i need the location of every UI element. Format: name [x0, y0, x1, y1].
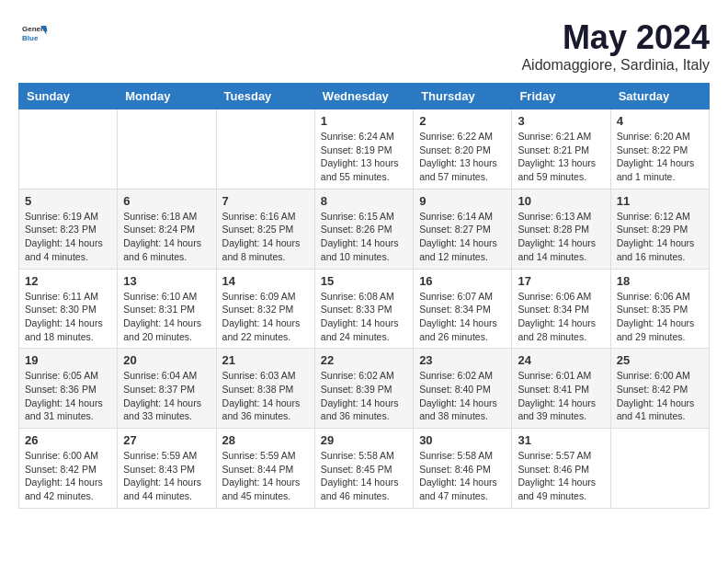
calendar-cell: 25Sunrise: 6:00 AMSunset: 8:42 PMDayligh…: [610, 349, 709, 429]
day-number: 14: [222, 274, 309, 288]
calendar-cell: 30Sunrise: 5:58 AMSunset: 8:46 PMDayligh…: [414, 429, 512, 509]
day-number: 1: [321, 114, 407, 128]
calendar-cell: 2Sunrise: 6:22 AMSunset: 8:20 PMDaylight…: [414, 109, 512, 190]
page-header: General Blue May 2024 Aidomaggiore, Sard…: [18, 18, 710, 74]
calendar-cell: 5Sunrise: 6:19 AMSunset: 8:23 PMDaylight…: [19, 189, 118, 269]
day-info: Sunrise: 6:02 AMSunset: 8:39 PMDaylight:…: [321, 369, 407, 423]
day-number: 17: [518, 274, 604, 288]
day-info: Sunrise: 6:18 AMSunset: 8:24 PMDaylight:…: [123, 210, 210, 264]
day-info: Sunrise: 6:07 AMSunset: 8:34 PMDaylight:…: [419, 290, 506, 344]
day-info: Sunrise: 5:59 AMSunset: 8:43 PMDaylight:…: [123, 449, 210, 503]
day-header-saturday: Saturday: [610, 84, 709, 109]
day-number: 10: [518, 194, 604, 208]
calendar-cell: 17Sunrise: 6:06 AMSunset: 8:34 PMDayligh…: [512, 269, 610, 349]
day-header-sunday: Sunday: [19, 84, 118, 109]
calendar-cell: 31Sunrise: 5:57 AMSunset: 8:46 PMDayligh…: [512, 429, 610, 509]
day-header-wednesday: Wednesday: [314, 84, 413, 109]
day-number: 7: [222, 194, 309, 208]
day-info: Sunrise: 6:08 AMSunset: 8:33 PMDaylight:…: [321, 290, 407, 344]
calendar-table: SundayMondayTuesdayWednesdayThursdayFrid…: [18, 83, 710, 509]
calendar-cell: 24Sunrise: 6:01 AMSunset: 8:41 PMDayligh…: [512, 349, 610, 429]
day-number: 19: [25, 353, 111, 367]
calendar-cell: [610, 429, 709, 509]
day-info: Sunrise: 5:58 AMSunset: 8:46 PMDaylight:…: [419, 449, 506, 503]
day-number: 28: [222, 433, 309, 447]
calendar-week-row: 1Sunrise: 6:24 AMSunset: 8:19 PMDaylight…: [19, 109, 710, 190]
calendar-cell: [118, 109, 216, 190]
day-info: Sunrise: 6:12 AMSunset: 8:29 PMDaylight:…: [617, 210, 703, 264]
calendar-week-row: 26Sunrise: 6:00 AMSunset: 8:42 PMDayligh…: [19, 429, 710, 509]
svg-text:Blue: Blue: [22, 34, 39, 42]
day-info: Sunrise: 6:02 AMSunset: 8:40 PMDaylight:…: [419, 369, 506, 423]
calendar-cell: 19Sunrise: 6:05 AMSunset: 8:36 PMDayligh…: [19, 349, 118, 429]
day-number: 29: [321, 433, 407, 447]
month-title: May 2024: [521, 18, 710, 57]
day-number: 3: [518, 114, 604, 128]
day-info: Sunrise: 6:14 AMSunset: 8:27 PMDaylight:…: [419, 210, 506, 264]
day-info: Sunrise: 6:20 AMSunset: 8:22 PMDaylight:…: [617, 130, 703, 184]
calendar-cell: 20Sunrise: 6:04 AMSunset: 8:37 PMDayligh…: [118, 349, 216, 429]
day-number: 22: [321, 353, 407, 367]
day-info: Sunrise: 6:03 AMSunset: 8:38 PMDaylight:…: [222, 369, 309, 423]
calendar-cell: 1Sunrise: 6:24 AMSunset: 8:19 PMDaylight…: [314, 109, 413, 190]
day-info: Sunrise: 6:00 AMSunset: 8:42 PMDaylight:…: [617, 369, 703, 423]
calendar-cell: 11Sunrise: 6:12 AMSunset: 8:29 PMDayligh…: [610, 189, 709, 269]
calendar-cell: 18Sunrise: 6:06 AMSunset: 8:35 PMDayligh…: [610, 269, 709, 349]
day-info: Sunrise: 6:24 AMSunset: 8:19 PMDaylight:…: [321, 130, 407, 184]
calendar-week-row: 5Sunrise: 6:19 AMSunset: 8:23 PMDaylight…: [19, 189, 710, 269]
logo: General Blue: [18, 18, 48, 48]
day-number: 27: [123, 433, 210, 447]
day-info: Sunrise: 6:06 AMSunset: 8:34 PMDaylight:…: [518, 290, 604, 344]
day-number: 12: [25, 274, 111, 288]
logo-icon: General Blue: [18, 18, 48, 48]
calendar-cell: 7Sunrise: 6:16 AMSunset: 8:25 PMDaylight…: [216, 189, 314, 269]
calendar-cell: 3Sunrise: 6:21 AMSunset: 8:21 PMDaylight…: [512, 109, 610, 190]
day-info: Sunrise: 6:22 AMSunset: 8:20 PMDaylight:…: [419, 130, 506, 184]
day-number: 18: [617, 274, 703, 288]
calendar-cell: 26Sunrise: 6:00 AMSunset: 8:42 PMDayligh…: [19, 429, 118, 509]
calendar-cell: 29Sunrise: 5:58 AMSunset: 8:45 PMDayligh…: [314, 429, 413, 509]
day-number: 24: [518, 353, 604, 367]
day-number: 20: [123, 353, 210, 367]
day-info: Sunrise: 6:21 AMSunset: 8:21 PMDaylight:…: [518, 130, 604, 184]
day-number: 13: [123, 274, 210, 288]
day-info: Sunrise: 6:04 AMSunset: 8:37 PMDaylight:…: [123, 369, 210, 423]
day-number: 5: [25, 194, 111, 208]
day-number: 15: [321, 274, 407, 288]
day-info: Sunrise: 5:58 AMSunset: 8:45 PMDaylight:…: [321, 449, 407, 503]
day-number: 21: [222, 353, 309, 367]
day-number: 23: [419, 353, 506, 367]
day-info: Sunrise: 6:09 AMSunset: 8:32 PMDaylight:…: [222, 290, 309, 344]
day-info: Sunrise: 5:57 AMSunset: 8:46 PMDaylight:…: [518, 449, 604, 503]
calendar-cell: 14Sunrise: 6:09 AMSunset: 8:32 PMDayligh…: [216, 269, 314, 349]
calendar-cell: 23Sunrise: 6:02 AMSunset: 8:40 PMDayligh…: [414, 349, 512, 429]
day-info: Sunrise: 6:13 AMSunset: 8:28 PMDaylight:…: [518, 210, 604, 264]
calendar-cell: 12Sunrise: 6:11 AMSunset: 8:30 PMDayligh…: [19, 269, 118, 349]
day-number: 26: [25, 433, 111, 447]
day-number: 2: [419, 114, 506, 128]
calendar-cell: 8Sunrise: 6:15 AMSunset: 8:26 PMDaylight…: [314, 189, 413, 269]
day-info: Sunrise: 6:01 AMSunset: 8:41 PMDaylight:…: [518, 369, 604, 423]
calendar-cell: 6Sunrise: 6:18 AMSunset: 8:24 PMDaylight…: [118, 189, 216, 269]
calendar-cell: 16Sunrise: 6:07 AMSunset: 8:34 PMDayligh…: [414, 269, 512, 349]
day-info: Sunrise: 5:59 AMSunset: 8:44 PMDaylight:…: [222, 449, 309, 503]
day-number: 9: [419, 194, 506, 208]
day-info: Sunrise: 6:05 AMSunset: 8:36 PMDaylight:…: [25, 369, 111, 423]
calendar-header-row: SundayMondayTuesdayWednesdayThursdayFrid…: [19, 84, 710, 109]
day-info: Sunrise: 6:06 AMSunset: 8:35 PMDaylight:…: [617, 290, 703, 344]
day-number: 8: [321, 194, 407, 208]
day-info: Sunrise: 6:00 AMSunset: 8:42 PMDaylight:…: [25, 449, 111, 503]
location-title: Aidomaggiore, Sardinia, Italy: [521, 57, 710, 74]
calendar-cell: 13Sunrise: 6:10 AMSunset: 8:31 PMDayligh…: [118, 269, 216, 349]
day-number: 31: [518, 433, 604, 447]
day-header-tuesday: Tuesday: [216, 84, 314, 109]
calendar-cell: 28Sunrise: 5:59 AMSunset: 8:44 PMDayligh…: [216, 429, 314, 509]
day-header-friday: Friday: [512, 84, 610, 109]
calendar-cell: 27Sunrise: 5:59 AMSunset: 8:43 PMDayligh…: [118, 429, 216, 509]
day-info: Sunrise: 6:15 AMSunset: 8:26 PMDaylight:…: [321, 210, 407, 264]
day-number: 11: [617, 194, 703, 208]
day-header-monday: Monday: [118, 84, 216, 109]
day-number: 30: [419, 433, 506, 447]
calendar-cell: [216, 109, 314, 190]
day-header-thursday: Thursday: [414, 84, 512, 109]
